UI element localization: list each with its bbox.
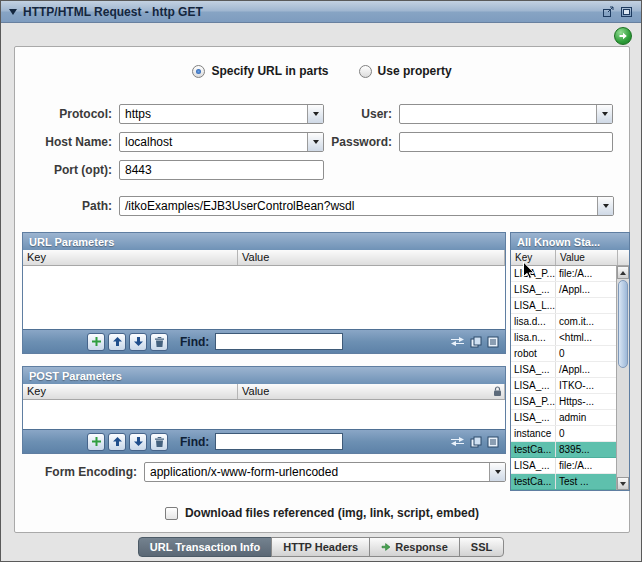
form-encoding-value: application/x-www-form-urlencoded <box>145 463 489 481</box>
key-column-header[interactable]: Key <box>23 384 238 399</box>
state-row-key: testCa... <box>511 442 556 457</box>
toolbar-right-icons <box>450 336 499 348</box>
dropdown-arrow-icon[interactable] <box>596 105 612 123</box>
state-row[interactable]: testCa...8395... <box>511 442 616 458</box>
state-row-key: LISA_P... <box>511 394 556 409</box>
transfer-arrows-icon[interactable] <box>450 336 465 347</box>
delete-row-button[interactable] <box>150 433 168 451</box>
form-encoding-combobox[interactable]: application/x-www-form-urlencoded <box>144 462 506 482</box>
url-parameters-section: URL Parameters Key Value Find: <box>22 232 506 354</box>
move-row-up-button[interactable] <box>108 333 126 351</box>
state-row[interactable]: testCa...Test ... <box>511 474 616 490</box>
port-field[interactable] <box>119 160 324 180</box>
copy-icon[interactable] <box>470 336 482 348</box>
move-row-up-button[interactable] <box>108 433 126 451</box>
dropdown-arrow-icon[interactable] <box>489 463 505 481</box>
value-column-header[interactable]: Value <box>238 250 505 265</box>
lock-icon <box>493 386 502 397</box>
move-row-down-button[interactable] <box>129 333 147 351</box>
state-row[interactable]: LISA_P...Https-... <box>511 394 616 410</box>
host-name-combobox[interactable]: localhost <box>119 132 324 152</box>
dropdown-arrow-icon[interactable] <box>307 105 323 123</box>
window-controls <box>602 6 633 18</box>
path-combobox[interactable]: /itkoExamples/EJB3UserControlBean?wsdl <box>119 196 614 216</box>
state-row-value: com.it... <box>556 314 616 329</box>
list-view-icon[interactable] <box>487 436 499 448</box>
post-params-find-input[interactable] <box>215 433 343 450</box>
url-parameters-title: URL Parameters <box>29 236 114 248</box>
find-label: Find: <box>180 435 209 449</box>
up-arrow-icon <box>112 336 123 347</box>
state-row[interactable]: LISA_...admin <box>511 410 616 426</box>
radio-specify-url-in-parts[interactable]: Specify URL in parts <box>192 64 328 78</box>
tab-url-transaction-info[interactable]: URL Transaction Info <box>138 537 272 557</box>
state-row[interactable]: LISA_...file:/A... <box>511 458 616 474</box>
move-row-down-button[interactable] <box>129 433 147 451</box>
http-request-window: HTTP/HTML Request - http GET Specify URL… <box>0 0 642 562</box>
response-arrow-icon <box>381 542 391 552</box>
delete-row-button[interactable] <box>150 333 168 351</box>
port-label: Port (opt): <box>15 160 112 180</box>
detach-window-icon[interactable] <box>602 6 615 18</box>
list-view-icon[interactable] <box>487 336 499 348</box>
copy-icon[interactable] <box>470 436 482 448</box>
state-row[interactable]: LISA_...ITKO-... <box>511 378 616 394</box>
state-row[interactable]: LISA_.../Appl... <box>511 362 616 378</box>
scroll-up-icon[interactable] <box>617 266 629 279</box>
down-arrow-icon <box>133 336 144 347</box>
state-row-key: LISA_... <box>511 362 556 377</box>
transfer-arrows-icon[interactable] <box>450 436 465 447</box>
tab-ssl[interactable]: SSL <box>459 537 504 557</box>
dropdown-arrow-icon[interactable] <box>597 197 613 215</box>
protocol-combobox[interactable]: https <box>119 104 324 124</box>
user-value <box>400 105 596 123</box>
state-row[interactable]: LISA_.../Appl... <box>511 282 616 298</box>
state-row-key: lisa.n... <box>511 330 556 345</box>
url-params-find-input[interactable] <box>215 333 343 350</box>
state-row-value: ITKO-... <box>556 378 616 393</box>
state-row[interactable]: lisa.n...<html... <box>511 330 616 346</box>
state-row[interactable]: lisa.d...com.it... <box>511 314 616 330</box>
window-title: HTTP/HTML Request - http GET <box>23 5 203 19</box>
download-files-row: Download files referenced (img, link, sc… <box>15 506 629 520</box>
state-row-key: robot <box>511 346 556 361</box>
host-name-value: localhost <box>120 133 307 151</box>
key-column-header[interactable]: Key <box>23 250 238 265</box>
scrollbar-thumb[interactable] <box>618 280 628 368</box>
execute-request-button[interactable] <box>614 27 632 45</box>
url-parameters-toolbar: Find: <box>23 329 505 353</box>
state-row-value: Https-... <box>556 394 616 409</box>
state-row[interactable]: LISA_P...file:/A... <box>511 266 616 282</box>
maximize-window-icon[interactable] <box>620 6 633 18</box>
add-row-button[interactable] <box>87 333 105 351</box>
add-row-button[interactable] <box>87 433 105 451</box>
radio-use-property[interactable]: Use property <box>359 64 452 78</box>
tab-label: URL Transaction Info <box>150 541 260 553</box>
radio-specify-label: Specify URL in parts <box>211 64 328 78</box>
scrollbar-header-cell <box>618 250 629 265</box>
collapse-triangle-icon[interactable] <box>9 9 17 15</box>
key-column-header[interactable]: Key <box>511 250 556 265</box>
radio-selected-icon[interactable] <box>192 65 205 78</box>
state-row[interactable]: LISA_L... <box>511 298 616 314</box>
state-row-key: lisa.d... <box>511 314 556 329</box>
password-field[interactable] <box>399 132 613 152</box>
state-row[interactable]: instance0 <box>511 426 616 442</box>
url-parameters-table-body[interactable] <box>23 266 505 329</box>
user-combobox[interactable] <box>399 104 613 124</box>
post-parameters-table-body[interactable] <box>23 400 505 429</box>
tab-http-headers[interactable]: HTTP Headers <box>271 537 370 557</box>
state-row[interactable]: robot0 <box>511 346 616 362</box>
known-state-scrollbar[interactable] <box>616 266 629 490</box>
radio-unselected-icon[interactable] <box>359 65 372 78</box>
value-column-header[interactable]: Value <box>238 384 505 399</box>
state-row-value: file:/A... <box>556 458 616 473</box>
scrollbar-track[interactable] <box>617 369 629 477</box>
scroll-down-icon[interactable] <box>617 477 629 490</box>
value-column-header[interactable]: Value <box>556 250 618 265</box>
url-mode-radio-row: Specify URL in parts Use property <box>15 64 629 78</box>
download-files-checkbox[interactable] <box>165 507 178 520</box>
request-editor-panel: Specify URL in parts Use property Protoc… <box>14 46 630 533</box>
tab-response[interactable]: Response <box>369 537 460 557</box>
url-parameters-column-header: Key Value <box>23 250 505 266</box>
